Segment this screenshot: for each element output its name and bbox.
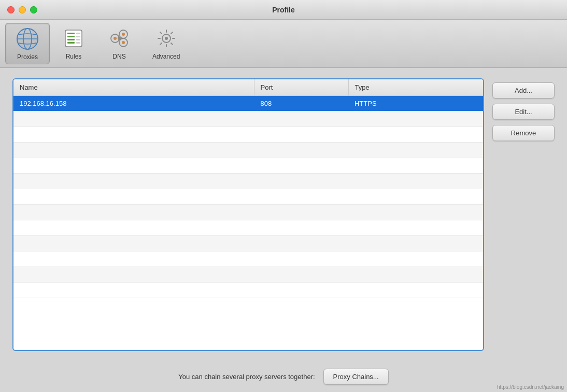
empty-row bbox=[13, 174, 483, 189]
table-header: Name Port Type bbox=[13, 79, 483, 96]
edit-button[interactable]: Edit... bbox=[492, 104, 555, 120]
svg-point-21 bbox=[118, 37, 121, 40]
empty-row bbox=[13, 283, 483, 298]
col-header-type: Type bbox=[349, 79, 483, 95]
proxies-icon bbox=[15, 26, 40, 51]
svg-rect-10 bbox=[76, 36, 80, 37]
window-controls bbox=[7, 6, 37, 13]
tab-proxies[interactable]: Proxies bbox=[5, 23, 50, 64]
tab-rules-label: Rules bbox=[66, 53, 82, 60]
svg-rect-11 bbox=[76, 39, 80, 40]
svg-point-23 bbox=[165, 37, 168, 40]
svg-rect-9 bbox=[76, 33, 80, 34]
empty-row bbox=[13, 127, 483, 143]
footer: You can chain several proxy servers toge… bbox=[166, 361, 401, 392]
advanced-icon bbox=[154, 26, 179, 51]
empty-row bbox=[13, 111, 483, 127]
svg-rect-6 bbox=[67, 36, 75, 37]
empty-row bbox=[13, 220, 483, 236]
toolbar: Proxies Rules bbox=[0, 20, 567, 68]
tab-dns-label: DNS bbox=[112, 53, 125, 60]
tab-advanced-label: Advanced bbox=[152, 53, 180, 60]
tab-dns[interactable]: DNS bbox=[97, 23, 141, 64]
svg-rect-8 bbox=[67, 42, 75, 44]
rules-icon bbox=[61, 26, 86, 51]
add-button[interactable]: Add... bbox=[492, 82, 555, 99]
empty-row bbox=[13, 236, 483, 251]
remove-button[interactable]: Remove bbox=[492, 125, 555, 141]
col-header-name: Name bbox=[13, 79, 254, 95]
tab-advanced[interactable]: Advanced bbox=[143, 23, 189, 64]
svg-rect-12 bbox=[76, 42, 80, 44]
empty-row bbox=[13, 189, 483, 205]
close-button[interactable] bbox=[7, 6, 15, 13]
svg-rect-4 bbox=[65, 30, 82, 47]
empty-row bbox=[13, 143, 483, 158]
proxy-chains-button[interactable]: Proxy Chains... bbox=[323, 369, 389, 385]
cell-name: 192.168.16.158 bbox=[13, 96, 254, 110]
empty-row bbox=[13, 205, 483, 220]
table-row[interactable]: 192.168.16.158 808 HTTPS bbox=[13, 96, 483, 111]
footer-text: You can chain several proxy servers toge… bbox=[178, 373, 315, 381]
empty-row bbox=[13, 158, 483, 174]
cell-type: HTTPS bbox=[348, 96, 483, 110]
svg-point-18 bbox=[114, 37, 117, 40]
dns-icon bbox=[107, 26, 132, 51]
col-header-port: Port bbox=[254, 79, 349, 95]
maximize-button[interactable] bbox=[30, 6, 37, 13]
tab-rules[interactable]: Rules bbox=[52, 23, 95, 64]
content-area: Name Port Type 192.168.16.158 808 HTTPS bbox=[12, 78, 555, 351]
title-bar: Profile bbox=[0, 0, 567, 20]
svg-rect-7 bbox=[67, 39, 75, 40]
proxy-table: Name Port Type 192.168.16.158 808 HTTPS bbox=[12, 78, 484, 351]
main-content: Name Port Type 192.168.16.158 808 HTTPS bbox=[0, 68, 567, 361]
minimize-button[interactable] bbox=[19, 6, 26, 13]
tab-proxies-label: Proxies bbox=[17, 53, 38, 61]
cell-port: 808 bbox=[254, 96, 348, 110]
watermark: https://blog.csdn.net/jackaing bbox=[497, 384, 564, 390]
window-title: Profile bbox=[272, 6, 295, 14]
svg-point-3 bbox=[17, 29, 38, 49]
table-body[interactable]: 192.168.16.158 808 HTTPS bbox=[13, 96, 483, 350]
svg-rect-5 bbox=[67, 33, 75, 34]
svg-point-20 bbox=[122, 41, 125, 44]
empty-row bbox=[13, 251, 483, 267]
side-buttons: Add... Edit... Remove bbox=[492, 78, 555, 351]
empty-row bbox=[13, 267, 483, 283]
svg-point-19 bbox=[122, 33, 125, 36]
